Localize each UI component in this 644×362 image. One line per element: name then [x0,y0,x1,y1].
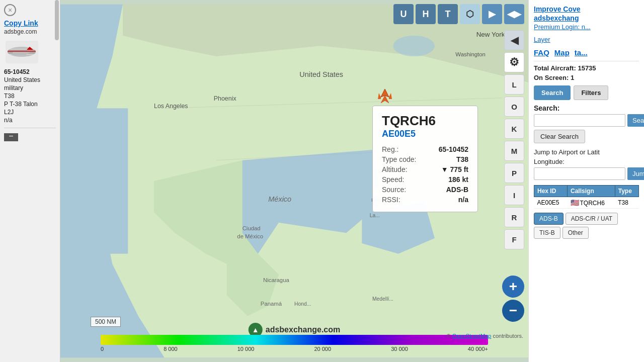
cb-label-10000: 10 000 [237,346,255,352]
search-input[interactable] [534,114,625,127]
sidebar-minus-button[interactable]: − [4,133,18,141]
hex-id-header[interactable]: Hex ID [534,186,568,197]
aircraft-extra: n/a [4,117,13,124]
color-bar-container: 0 8 000 10 000 20 000 30 000 40 000+ [101,335,488,352]
popup-speed-row: Speed: 186 kt [382,174,468,185]
svg-text:Washington: Washington [455,51,486,57]
search-button[interactable]: Search [534,85,571,100]
type-cell: T38 [615,197,638,209]
aircraft-marker[interactable] [375,88,395,108]
popup-callsign: TQRCH6 [382,113,468,129]
popup-type-label: Type code: [382,154,434,164]
popup-source-value: ADS-B [434,185,468,195]
popup-source-label: Source: [382,185,434,195]
total-aircraft-value: 15735 [578,64,596,72]
svg-text:Panamá: Panamá [261,301,282,307]
aircraft-country: United States [4,76,40,83]
svg-text:Phoenix: Phoenix [214,95,237,102]
zoom-out-button[interactable]: − [502,300,524,322]
t-button[interactable]: T [438,4,458,24]
nav-right-button[interactable]: ▶ [482,4,502,24]
improve-coverage-link[interactable]: Improve Cove [534,5,639,13]
popup-details-table: Reg.: 65-10452 Type code: T38 Altitude: … [382,144,468,205]
svg-marker-30 [389,93,392,99]
tisb-badge[interactable]: TIS-B [534,227,560,239]
cb-label-20000: 20 000 [314,346,331,352]
source-badges: ADS-B ADS-C/R / UAT TIS-B Other [534,213,639,239]
adsc-badge[interactable]: ADS-C/R / UAT [566,213,618,225]
p-button[interactable]: P [504,163,524,183]
m-button[interactable]: M [504,141,524,161]
popup-speed-value: 186 kt [434,174,468,185]
h-button[interactable]: H [416,4,436,24]
scroll-thumb [55,0,59,40]
popup-altitude-value: ▼ 775 ft [434,164,468,174]
u-button[interactable]: U [393,4,414,24]
gear-button[interactable]: ⚙ [504,52,524,72]
svg-text:La...: La... [370,213,380,218]
cb-label-40000: 40 000+ [468,346,488,352]
nav-lr-button[interactable]: ◀▶ [504,4,524,24]
other-badge[interactable]: Other [562,227,589,239]
side-nav: ◀ ⚙ L O K M P I R F [504,30,524,249]
filters-button[interactable]: Filters [574,85,608,100]
svg-marker-29 [378,93,381,99]
back-button[interactable]: ◀ [504,30,524,50]
right-panel: Improve Cove adsbexchang Premium Login: … [528,0,644,362]
scroll-bar[interactable] [55,0,59,362]
premium-login-link[interactable]: Premium Login: n... [534,23,639,31]
on-screen-value: 1 [571,74,574,81]
total-aircraft-label: Total Aircraft: [534,64,576,72]
type-header[interactable]: Type [615,186,638,197]
svg-rect-11 [60,108,128,253]
jump-button[interactable]: Jump [627,167,644,180]
adsb-badge[interactable]: ADS-B [534,213,564,225]
popup-hex: AE00E5 [382,129,468,139]
r-button[interactable]: R [504,207,524,227]
adsb-exchange-link[interactable]: adsbexchang [534,14,639,22]
svg-text:Hond...: Hond... [294,301,311,307]
clear-search-button[interactable]: Clear Search [534,130,585,143]
close-button[interactable]: × [4,4,16,16]
table-header-row: Hex ID Callsign Type [534,186,639,197]
on-screen-row: On Screen: 1 [534,74,639,81]
table-row[interactable]: AE00E5 🇺🇸TQRCH6 T38 [534,197,639,209]
results-table: Hex ID Callsign Type AE00E5 🇺🇸TQRCH6 T38 [534,185,639,209]
search-filters-row: Search Filters [534,85,639,100]
popup-altitude-row: Altitude: ▼ 775 ft [382,164,468,174]
aircraft-name: P T-38 Talon [4,101,38,108]
popup-speed-label: Speed: [382,174,434,185]
left-sidebar: × Copy Link adsbge.com 65-10452 United S… [0,0,60,362]
color-bar-labels: 0 8 000 10 000 20 000 30 000 40 000+ [101,346,488,352]
i-button[interactable]: I [504,185,524,205]
faq-link[interactable]: FAQ [534,48,549,57]
popup-altitude-label: Altitude: [382,164,434,174]
aircraft-reg: 65-10452 [4,68,30,75]
copy-link[interactable]: Copy Link [4,19,38,27]
results-tbody: AE00E5 🇺🇸TQRCH6 T38 [534,197,639,209]
callsign-header[interactable]: Callsign [568,186,615,197]
search-action-button[interactable]: Sear [627,114,644,127]
svg-text:Los Angeles: Los Angeles [154,103,188,110]
popup-type-value: T38 [434,154,468,164]
search-section-label: Search: [534,104,639,112]
jump-input[interactable] [534,167,625,180]
aircraft-type-code: T38 [4,93,15,100]
callsign-cell: 🇺🇸TQRCH6 [568,197,615,209]
osm-link[interactable]: OpenStreetMap [452,333,492,339]
map-area[interactable]: New York Washington United States Los An… [60,0,528,362]
l-button[interactable]: L [504,74,524,95]
aircraft-role: military [4,84,23,92]
layer-button[interactable]: ⬡ [460,4,480,24]
k-button[interactable]: K [504,119,524,139]
layer-link[interactable]: Layer [534,36,639,43]
map-link[interactable]: Map [554,48,570,57]
more-link[interactable]: ta... [575,48,588,57]
aircraft-popup: TQRCH6 AE00E5 Reg.: 65-10452 Type code: … [372,106,478,212]
color-bar [101,335,488,345]
o-button[interactable]: O [504,97,524,117]
longitude-label: Longitude: [534,158,639,165]
zoom-in-button[interactable]: + [502,276,524,298]
f-button[interactable]: F [504,229,524,249]
svg-text:New York: New York [476,31,505,38]
